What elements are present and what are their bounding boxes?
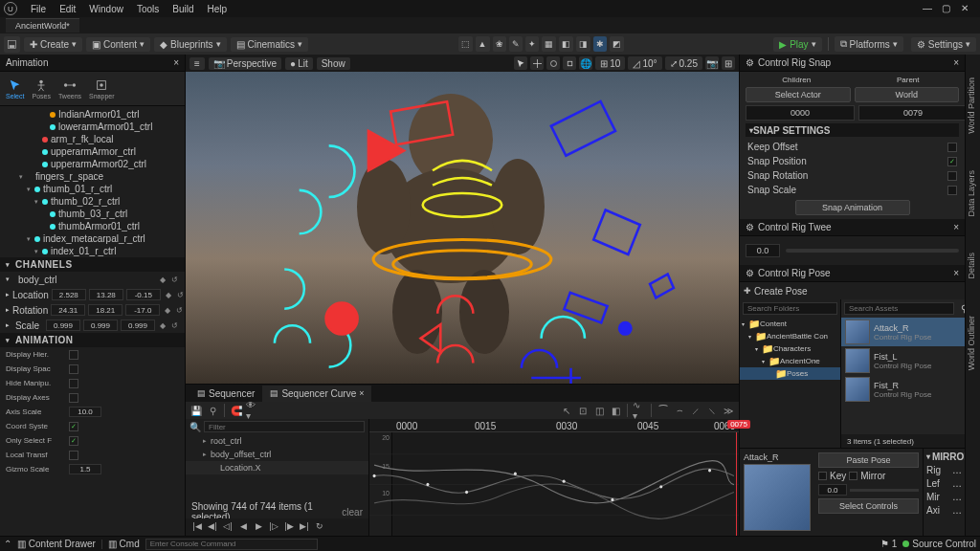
close-icon[interactable]: × bbox=[953, 57, 959, 68]
viewport-menu[interactable]: ≡ bbox=[189, 57, 205, 70]
tab-sequencer[interactable]: ▤ Sequencer bbox=[189, 386, 262, 402]
folder-row[interactable]: ▾📁 AncientBattle Con bbox=[740, 330, 840, 342]
search-assets-input[interactable] bbox=[844, 302, 954, 315]
blueprints-button[interactable]: ◆Blueprints▾ bbox=[154, 37, 226, 52]
mirror-checkbox[interactable] bbox=[849, 472, 858, 480]
tree-row[interactable]: ▾index_metacarpal_r_ctrl bbox=[0, 232, 185, 245]
content-drawer-button[interactable]: ▥ Content Drawer bbox=[17, 539, 96, 549]
tree-row[interactable]: ▾fingers_r_space bbox=[0, 170, 185, 183]
snap-animation-button[interactable]: Snap Animation bbox=[795, 200, 910, 215]
viewport-show[interactable]: Show bbox=[317, 57, 350, 70]
settings-button[interactable]: ⚙Settings▾ bbox=[911, 37, 976, 52]
seq-tangent[interactable]: ∿ ▾ bbox=[633, 404, 646, 417]
tree-row[interactable]: IndianArmor01_ctrl bbox=[0, 108, 185, 121]
seq-eye-icon[interactable]: 👁 ▾ bbox=[246, 404, 259, 417]
project-tab[interactable]: AncientWorld* bbox=[6, 18, 79, 33]
snap-start-input[interactable] bbox=[746, 105, 855, 121]
step-fwd[interactable]: |▷ bbox=[268, 521, 279, 533]
panel-close-icon[interactable]: × bbox=[173, 57, 179, 68]
loop[interactable]: ↻ bbox=[314, 521, 325, 533]
create-pose-button[interactable]: ✚ Create Pose bbox=[744, 286, 808, 297]
cmd-label[interactable]: ▥ Cmd bbox=[108, 539, 140, 549]
viewport-perspective[interactable]: 📷 Perspective bbox=[209, 57, 281, 70]
viewport-lit[interactable]: ● Lit bbox=[285, 57, 313, 70]
tree-row[interactable]: thumb_03_r_ctrl bbox=[0, 208, 185, 220]
mode-mesh-paint[interactable]: ✎ bbox=[509, 36, 523, 52]
animation-opts-header[interactable]: ▾ANIMATION bbox=[0, 333, 185, 347]
play-rev[interactable]: ◀ bbox=[237, 521, 249, 533]
tool-poses[interactable]: Poses bbox=[32, 78, 50, 99]
tree-row[interactable]: upperarmArmor_ctrl bbox=[0, 145, 185, 158]
sequencer-filter[interactable] bbox=[204, 421, 365, 432]
content-button[interactable]: ▣Content▾ bbox=[86, 37, 150, 52]
goto-start[interactable]: |◀ bbox=[191, 521, 203, 533]
seq-tan3[interactable]: ⟋ bbox=[689, 404, 702, 417]
time-ruler[interactable]: 0000 0015 0030 0045 0060 bbox=[369, 419, 739, 432]
close-icon[interactable]: × bbox=[953, 268, 959, 278]
pose-item[interactable]: Fist_RControl Rig Pose bbox=[841, 375, 980, 404]
key-checkbox[interactable] bbox=[818, 472, 827, 480]
save-button[interactable] bbox=[4, 36, 20, 53]
seq-tan2[interactable]: ⌢ bbox=[673, 404, 686, 417]
goto-end[interactable]: ▶| bbox=[299, 521, 310, 533]
mode-brush[interactable]: ▦ bbox=[542, 36, 556, 52]
seq-browse-icon[interactable]: ⚲ bbox=[206, 404, 219, 417]
snap-angle[interactable]: ◿ 10° bbox=[628, 56, 661, 70]
pose-blend-input[interactable] bbox=[818, 484, 847, 496]
platforms-button[interactable]: ⧉Platforms▾ bbox=[835, 36, 903, 52]
seq-tan1[interactable]: ⁀ bbox=[657, 404, 670, 417]
layout-icon[interactable]: ⊞ bbox=[722, 56, 735, 70]
mode-x3[interactable]: ◩ bbox=[610, 36, 624, 52]
seq-frame-icon[interactable]: ⊡ bbox=[576, 404, 590, 417]
seq-save-icon[interactable]: 💾 bbox=[189, 404, 203, 417]
mode-landscape[interactable]: ▲ bbox=[476, 36, 490, 52]
playhead[interactable]: 0075 bbox=[736, 432, 737, 536]
menu-tools[interactable]: Tools bbox=[131, 2, 165, 16]
sidetab-data-layers[interactable]: Data Layers bbox=[966, 166, 980, 221]
select-controls-button[interactable]: Select Controls bbox=[818, 498, 919, 514]
sidetab-world-partition[interactable]: World Partition bbox=[966, 74, 980, 138]
tween-value-input[interactable] bbox=[746, 244, 780, 257]
tree-row[interactable]: thumbArmor01_ctrl bbox=[0, 220, 185, 232]
play-fwd[interactable]: ▶ bbox=[253, 521, 264, 533]
notification-icon[interactable]: ⚑ 1 bbox=[880, 539, 897, 549]
rig-hierarchy-tree[interactable]: IndianArmor01_ctrllowerarmArmor01_ctrlar… bbox=[0, 106, 185, 257]
tree-row[interactable]: upperarmArmor02_ctrl bbox=[0, 158, 185, 170]
track-row[interactable]: Location.X bbox=[186, 461, 368, 474]
seq-more[interactable]: ≫ bbox=[722, 404, 735, 417]
track-row[interactable]: ▸body_offset_ctrl bbox=[186, 448, 368, 461]
tween-slider[interactable] bbox=[786, 249, 959, 253]
folder-row[interactable]: ▾📁 Characters bbox=[740, 342, 840, 355]
gizmo-globe[interactable]: 🌐 bbox=[579, 56, 592, 70]
console-input[interactable] bbox=[145, 539, 318, 550]
viewport-3d[interactable] bbox=[186, 72, 739, 384]
tool-tweens[interactable]: Tweens bbox=[58, 78, 81, 99]
world-button[interactable]: World bbox=[855, 87, 960, 102]
prev-key[interactable]: ◀| bbox=[207, 521, 218, 533]
select-actor-button[interactable]: Select Actor bbox=[746, 87, 851, 102]
menu-window[interactable]: Window bbox=[83, 2, 129, 16]
seq-t1[interactable]: ◫ bbox=[592, 404, 606, 417]
expand-icon[interactable]: ⌃ bbox=[4, 539, 11, 549]
mode-foliage[interactable]: ❀ bbox=[493, 36, 506, 52]
play-button[interactable]: ▶Play▾ bbox=[773, 37, 821, 52]
maximize-icon[interactable]: ▢ bbox=[942, 3, 953, 14]
seq-snap-icon[interactable]: 🧲 bbox=[230, 404, 243, 417]
tree-row[interactable]: ▾index_01_r_ctrl bbox=[0, 245, 185, 257]
paste-pose-button[interactable]: Paste Pose bbox=[818, 452, 919, 468]
menu-build[interactable]: Build bbox=[167, 2, 199, 16]
snap-grid[interactable]: ⊞ 10 bbox=[595, 56, 625, 70]
mode-animation[interactable]: ✱ bbox=[593, 36, 607, 52]
menu-edit[interactable]: Edit bbox=[54, 2, 81, 16]
reset-icon[interactable]: ↺ bbox=[171, 276, 179, 283]
close-icon[interactable]: ✕ bbox=[961, 3, 972, 14]
folder-row[interactable]: 📁 Poses bbox=[740, 367, 840, 380]
folder-row[interactable]: ▾📁 AncientOne bbox=[740, 355, 840, 367]
snap-settings-header[interactable]: ▾ SNAP SETTINGS bbox=[746, 123, 959, 137]
gizmo-move[interactable] bbox=[530, 56, 544, 70]
mode-x1[interactable]: ◧ bbox=[559, 36, 573, 52]
gizmo-select[interactable] bbox=[514, 56, 527, 70]
pose-item[interactable]: Attack_RControl Rig Pose bbox=[841, 318, 980, 346]
seq-t2[interactable]: ◧ bbox=[609, 404, 622, 417]
tree-row[interactable]: ▾thumb_02_r_ctrl bbox=[0, 195, 185, 208]
